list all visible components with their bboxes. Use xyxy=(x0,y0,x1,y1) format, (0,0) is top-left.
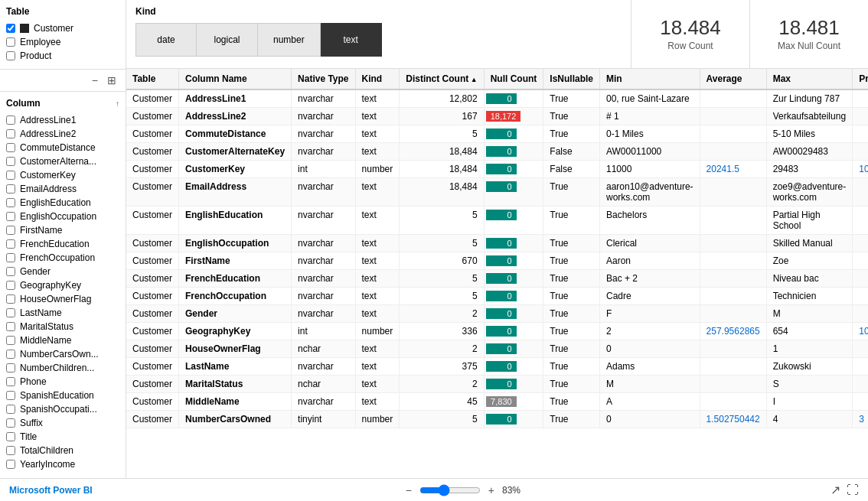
cell-table: Customer xyxy=(126,235,179,252)
column-item[interactable]: FrenchOccupation xyxy=(6,251,119,265)
column-checkbox[interactable] xyxy=(6,171,15,180)
table-checkbox-product[interactable] xyxy=(6,51,15,60)
column-checkbox[interactable] xyxy=(6,460,15,469)
zoom-slider[interactable] xyxy=(419,484,481,496)
column-checkbox[interactable] xyxy=(6,253,15,262)
column-checkbox[interactable] xyxy=(6,350,15,359)
column-item-label: TotalChildren xyxy=(20,445,73,456)
fullscreen-btn[interactable]: ⛶ xyxy=(847,483,859,497)
column-item[interactable]: FirstName xyxy=(6,223,119,237)
powerbi-link[interactable]: Microsoft Power BI xyxy=(9,485,93,496)
col-header-average[interactable]: Average xyxy=(700,69,766,89)
column-item[interactable]: CustomerKey xyxy=(6,168,119,182)
column-checkbox[interactable] xyxy=(6,143,15,152)
column-item[interactable]: NumberCarsOwn... xyxy=(6,347,119,361)
column-item[interactable]: LastName xyxy=(6,306,119,320)
table-item-customer[interactable]: Customer xyxy=(6,21,119,35)
column-item[interactable]: Suffix xyxy=(6,416,119,430)
cell-precision xyxy=(853,108,868,125)
kind-btn-date[interactable]: date xyxy=(135,23,197,57)
table-action-add[interactable]: ⊞ xyxy=(104,73,119,88)
zoom-plus-btn[interactable]: + xyxy=(485,484,498,496)
column-item[interactable]: Title xyxy=(6,430,119,444)
cell-table: Customer xyxy=(126,323,179,340)
column-item[interactable]: HouseOwnerFlag xyxy=(6,292,119,306)
kind-btn-logical[interactable]: logical xyxy=(197,23,258,57)
table-checkbox-employee[interactable] xyxy=(6,37,15,47)
column-checkbox[interactable] xyxy=(6,446,15,455)
column-item[interactable]: Gender xyxy=(6,265,119,278)
cell-precision xyxy=(853,340,868,358)
column-checkbox[interactable] xyxy=(6,212,15,221)
kind-btn-number[interactable]: number xyxy=(258,23,321,57)
column-item[interactable]: FrenchEducation xyxy=(6,237,119,251)
col-header-column-name[interactable]: Column Name xyxy=(179,69,292,89)
column-checkbox[interactable] xyxy=(6,432,15,441)
column-checkbox[interactable] xyxy=(6,377,15,386)
data-area[interactable]: TableColumn NameNative TypeKindDistinct … xyxy=(126,69,868,478)
column-item[interactable]: GeographyKey xyxy=(6,278,119,292)
cell-distinct: 5 xyxy=(400,411,484,428)
column-item[interactable]: Phone xyxy=(6,375,119,389)
column-checkbox[interactable] xyxy=(6,157,15,166)
column-checkbox[interactable] xyxy=(6,391,15,400)
table-item-employee[interactable]: Employee xyxy=(6,35,119,49)
column-item[interactable]: SpanishEducation xyxy=(6,389,119,402)
table-checkbox-customer[interactable] xyxy=(6,24,15,33)
column-item[interactable]: EnglishEducation xyxy=(6,196,119,210)
column-item[interactable]: EmailAddress xyxy=(6,182,119,196)
column-item[interactable]: AddressLine1 xyxy=(6,113,119,127)
column-checkbox[interactable] xyxy=(6,281,15,290)
column-item[interactable]: CustomerAlterna... xyxy=(6,155,119,168)
column-checkbox[interactable] xyxy=(6,322,15,331)
column-item[interactable]: CommuteDistance xyxy=(6,141,119,155)
column-item[interactable]: AddressLine2 xyxy=(6,127,119,141)
col-header-isnullable[interactable]: IsNullable xyxy=(543,69,600,89)
col-header-precision[interactable]: Precision xyxy=(853,69,868,89)
column-checkbox[interactable] xyxy=(6,115,15,125)
cell-native: nvarchar xyxy=(292,108,355,125)
main-content: Table CustomerEmployeeProduct − ⊞ Column… xyxy=(0,0,868,478)
column-checkbox[interactable] xyxy=(6,198,15,207)
column-checkbox[interactable] xyxy=(6,239,15,249)
col-header-table[interactable]: Table xyxy=(126,69,179,89)
column-item[interactable]: MaritalStatus xyxy=(6,320,119,333)
column-item[interactable]: SpanishOccupati... xyxy=(6,402,119,416)
column-checkbox[interactable] xyxy=(6,308,15,317)
kind-btn-text[interactable]: text xyxy=(321,23,382,57)
column-item[interactable]: TotalChildren xyxy=(6,444,119,457)
column-checkbox[interactable] xyxy=(6,363,15,372)
cell-kind: text xyxy=(355,376,400,393)
cell-table: Customer xyxy=(126,376,179,393)
column-checkbox[interactable] xyxy=(6,226,15,235)
zoom-minus-btn[interactable]: − xyxy=(403,484,415,496)
column-sort-icon[interactable]: ↑ xyxy=(116,99,119,108)
cell-nullable: True xyxy=(543,108,600,125)
column-checkbox[interactable] xyxy=(6,336,15,345)
column-item[interactable]: EnglishOccupation xyxy=(6,210,119,223)
col-header-distinct-count[interactable]: Distinct Count ▲ xyxy=(400,69,484,89)
col-header-native-type[interactable]: Native Type xyxy=(292,69,355,89)
cell-max: S xyxy=(766,376,853,393)
cell-table: Customer xyxy=(126,207,179,235)
column-item[interactable]: NumberChildren... xyxy=(6,361,119,375)
col-header-null-count[interactable]: Null Count xyxy=(484,69,543,89)
table-action-minus[interactable]: − xyxy=(89,73,101,88)
col-header-max[interactable]: Max xyxy=(766,69,853,89)
column-checkbox[interactable] xyxy=(6,294,15,304)
column-checkbox[interactable] xyxy=(6,129,15,138)
column-checkbox[interactable] xyxy=(6,418,15,428)
cell-nullable: True xyxy=(543,252,600,270)
column-item-label: MaritalStatus xyxy=(20,321,73,332)
external-link-btn[interactable]: ↗ xyxy=(830,483,840,497)
table-item-product[interactable]: Product xyxy=(6,49,119,63)
column-checkbox[interactable] xyxy=(6,267,15,276)
column-item[interactable]: YearlyIncome xyxy=(6,457,119,471)
cell-column: HouseOwnerFlag xyxy=(179,340,292,358)
column-item[interactable]: MiddleName xyxy=(6,333,119,347)
cell-precision xyxy=(853,358,868,376)
col-header-min[interactable]: Min xyxy=(599,69,700,89)
column-checkbox[interactable] xyxy=(6,184,15,194)
col-header-kind[interactable]: Kind xyxy=(355,69,400,89)
column-checkbox[interactable] xyxy=(6,405,15,414)
